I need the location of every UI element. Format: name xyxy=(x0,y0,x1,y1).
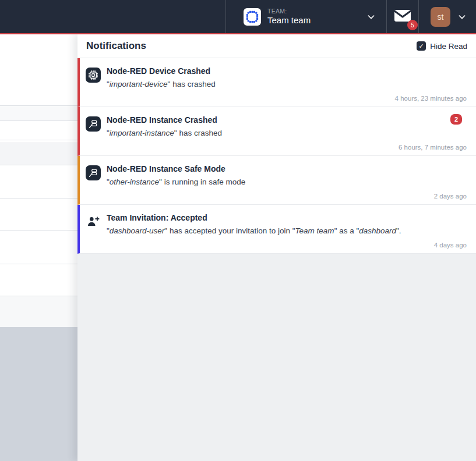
top-navbar: TEAM: Team team 5 st xyxy=(0,0,476,33)
notifications-inbox-button[interactable]: 5 xyxy=(386,0,418,33)
notification-timestamp: 4 hours, 23 minutes ago xyxy=(395,95,467,102)
notification-title: Node-RED Instance Safe Mode xyxy=(107,164,245,173)
hide-read-toggle[interactable]: ✓ Hide Read xyxy=(417,41,467,51)
team-avatar-icon xyxy=(244,8,261,26)
user-avatar: st xyxy=(431,7,450,27)
chevron-down-icon xyxy=(366,12,376,22)
notification-message: "important-device" has crashed xyxy=(107,80,216,88)
notification-title: Team Invitation: Accepted xyxy=(107,213,401,222)
team-switcher-text: TEAM: Team team xyxy=(267,8,360,26)
unread-count-badge: 2 xyxy=(450,114,462,125)
device-icon xyxy=(86,68,101,83)
notification-body: Node-RED Instance Crashed "important-ins… xyxy=(107,115,222,151)
notification-title: Node-RED Instance Crashed xyxy=(107,115,222,125)
team-switcher-button[interactable]: TEAM: Team team xyxy=(225,0,386,33)
chevron-down-icon xyxy=(457,12,467,22)
mail-icon: 5 xyxy=(394,9,411,25)
notification-timestamp: 4 days ago xyxy=(434,242,467,249)
notification-message: "dashboard-user" has accepted your invit… xyxy=(107,226,401,235)
team-name-label: Team team xyxy=(267,15,360,26)
notification-list: Node-RED Device Crashed "important-devic… xyxy=(77,58,476,254)
panel-title: Notifications xyxy=(86,40,146,52)
notification-item[interactable]: Team Invitation: Accepted "dashboard-use… xyxy=(77,205,476,254)
notification-timestamp: 2 days ago xyxy=(434,193,467,200)
notification-message: "other-instance" is running in safe mode xyxy=(107,178,245,186)
notification-body: Node-RED Device Crashed "important-devic… xyxy=(107,66,216,102)
notification-item[interactable]: Node-RED Instance Safe Mode "other-insta… xyxy=(77,156,476,205)
team-kicker-label: TEAM: xyxy=(267,8,360,15)
notification-title: Node-RED Device Crashed xyxy=(107,66,216,76)
notification-message: "important-instance" has crashed xyxy=(107,129,222,137)
instance-icon xyxy=(86,116,101,132)
user-add-icon xyxy=(86,214,101,229)
navbar-accent-divider xyxy=(0,33,476,34)
user-menu-button[interactable]: st xyxy=(418,0,476,33)
checkbox-checked-icon[interactable]: ✓ xyxy=(417,41,426,51)
notification-item[interactable]: Node-RED Device Crashed "important-devic… xyxy=(77,58,476,107)
hide-read-label: Hide Read xyxy=(430,42,467,51)
notification-body: Team Invitation: Accepted "dashboard-use… xyxy=(107,212,401,249)
unread-mail-badge: 5 xyxy=(407,20,418,30)
notifications-panel-header: Notifications ✓ Hide Read xyxy=(77,34,476,58)
notifications-panel: Notifications ✓ Hide Read xyxy=(77,34,476,461)
notification-body: Node-RED Instance Safe Mode "other-insta… xyxy=(107,164,245,200)
notification-item[interactable]: Node-RED Instance Crashed "important-ins… xyxy=(77,107,476,156)
app-window: TEAM: Team team 5 st xyxy=(0,0,476,461)
instance-icon xyxy=(86,165,101,180)
notification-timestamp: 6 hours, 7 minutes ago xyxy=(399,144,467,151)
